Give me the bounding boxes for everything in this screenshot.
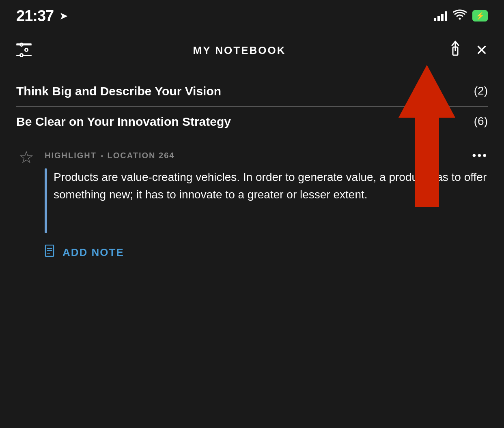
note-doc-icon — [45, 245, 56, 260]
svg-point-0 — [459, 17, 461, 19]
location-label: LOCATION 264 — [108, 151, 175, 160]
wifi-icon — [453, 9, 467, 23]
location-icon: ➤ — [59, 10, 68, 22]
more-options-button[interactable]: ••• — [472, 149, 488, 162]
content-area: Think Big and Describe Your Vision (2) B… — [0, 68, 504, 269]
chapter-count-2: (6) — [474, 115, 488, 128]
highlight-text-wrapper: Products are value-creating vehicles. In… — [45, 168, 488, 233]
highlight-text: Products are value-creating vehicles. In… — [54, 168, 488, 233]
meta-dot: • — [101, 153, 105, 159]
highlight-meta-label: HIGHLIGHT • LOCATION 264 — [45, 151, 174, 160]
chapter-title-2: Be Clear on Your Innovation Strategy — [16, 115, 474, 129]
close-button[interactable]: ✕ — [476, 43, 488, 58]
signal-bars-icon — [434, 11, 447, 21]
status-right: ⚡ — [434, 9, 488, 23]
chapter-count-1: (2) — [474, 84, 488, 97]
card-body: HIGHLIGHT • LOCATION 264 ••• Products ar… — [45, 149, 488, 260]
star-column: ☆ — [16, 149, 37, 260]
navbar: MY NOTEBOOK ✕ — [0, 32, 504, 68]
nav-actions: ✕ — [447, 41, 488, 60]
chapter-item-2[interactable]: Be Clear on Your Innovation Strategy (6) — [16, 107, 488, 137]
star-icon[interactable]: ☆ — [19, 149, 34, 166]
add-note-label: ADD NOTE — [62, 246, 124, 259]
share-button[interactable] — [447, 41, 463, 60]
chapter-title-1: Think Big and Describe Your Vision — [16, 84, 474, 98]
battery-bolt-icon: ⚡ — [476, 11, 485, 20]
card-meta: HIGHLIGHT • LOCATION 264 ••• — [45, 149, 488, 162]
status-left: 21:37 ➤ — [16, 7, 68, 25]
filter-icon[interactable] — [16, 43, 32, 57]
highlight-card: ☆ HIGHLIGHT • LOCATION 264 ••• Products … — [16, 137, 488, 269]
status-bar: 21:37 ➤ ⚡ — [0, 0, 504, 28]
highlight-bar — [45, 168, 47, 233]
status-time: 21:37 — [16, 7, 54, 25]
chapter-item-1[interactable]: Think Big and Describe Your Vision (2) — [16, 76, 488, 106]
battery-icon: ⚡ — [472, 10, 488, 22]
highlight-label: HIGHLIGHT — [45, 151, 97, 160]
add-note-button[interactable]: ADD NOTE — [45, 245, 488, 260]
notebook-title: MY NOTEBOOK — [193, 44, 286, 57]
